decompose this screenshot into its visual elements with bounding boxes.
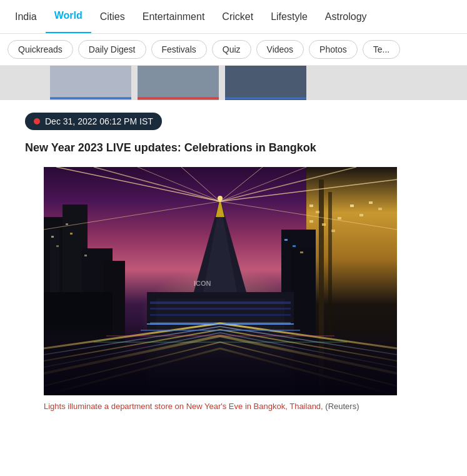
svg-text:ICON: ICON (194, 280, 211, 287)
article-title: New Year 2023 LIVE updates: Celebrations… (25, 140, 448, 156)
nav-lifestyle[interactable]: Lifestyle (262, 0, 316, 34)
svg-rect-16 (56, 245, 59, 247)
svg-rect-42 (150, 314, 291, 316)
sub-navigation: Quickreads Daily Digest Festivals Quiz V… (0, 34, 467, 66)
top-image-strip (0, 66, 467, 100)
article-image-container: ICON Lights illuminate a department stor… (44, 167, 397, 413)
sub-nav-quiz[interactable]: Quiz (212, 40, 251, 59)
svg-rect-1 (50, 66, 131, 100)
svg-rect-40 (150, 301, 291, 304)
svg-rect-72 (44, 323, 397, 395)
sub-nav-quickreads[interactable]: Quickreads (8, 40, 73, 59)
live-dot-icon (34, 118, 40, 124)
svg-rect-31 (369, 201, 373, 204)
nav-world[interactable]: World (46, 0, 91, 34)
sub-nav-daily-digest[interactable]: Daily Digest (78, 40, 146, 59)
svg-rect-3 (225, 66, 306, 100)
nav-entertainment[interactable]: Entertainment (134, 0, 214, 34)
nav-cricket[interactable]: Cricket (213, 0, 262, 34)
svg-rect-27 (331, 230, 335, 232)
svg-rect-37 (300, 251, 303, 253)
top-navigation: India World Cities Entertainment Cricket… (0, 0, 467, 34)
live-timestamp-badge: Dec 31, 2022 06:12 PM IST (25, 113, 162, 130)
main-content: Dec 31, 2022 06:12 PM IST New Year 2023 … (0, 100, 467, 425)
nav-india[interactable]: India (6, 0, 46, 34)
sub-nav-te[interactable]: Te... (363, 40, 400, 59)
svg-rect-73 (147, 323, 294, 325)
svg-rect-25 (309, 220, 313, 223)
nav-astrology[interactable]: Astrology (316, 0, 376, 34)
timestamp-text: Dec 31, 2022 06:12 PM IST (45, 116, 153, 126)
svg-rect-32 (378, 208, 382, 210)
caption-text-part1: Lights illuminate a department store on … (44, 402, 288, 411)
svg-rect-23 (309, 205, 313, 207)
svg-rect-15 (51, 236, 54, 238)
svg-rect-26 (322, 223, 326, 226)
sub-nav-festivals[interactable]: Festivals (151, 40, 207, 59)
svg-rect-2 (138, 66, 219, 100)
svg-rect-18 (70, 233, 73, 235)
nav-cities[interactable]: Cities (91, 0, 134, 34)
svg-rect-19 (84, 255, 87, 256)
svg-rect-29 (350, 205, 354, 207)
svg-rect-24 (316, 211, 319, 213)
sub-nav-videos[interactable]: Videos (256, 40, 304, 59)
caption-thailand-link[interactable]: Thailand, (289, 402, 323, 411)
svg-rect-74 (141, 330, 300, 331)
sub-nav-photos[interactable]: Photos (309, 40, 358, 59)
caption-source: (Reuters) (325, 402, 359, 411)
svg-rect-30 (359, 214, 363, 216)
svg-rect-28 (338, 217, 341, 220)
svg-rect-41 (150, 308, 291, 310)
article-image: ICON (44, 167, 397, 395)
image-caption: Lights illuminate a department store on … (44, 400, 397, 413)
svg-rect-17 (66, 223, 68, 225)
svg-rect-35 (284, 239, 288, 241)
svg-rect-36 (293, 245, 296, 247)
